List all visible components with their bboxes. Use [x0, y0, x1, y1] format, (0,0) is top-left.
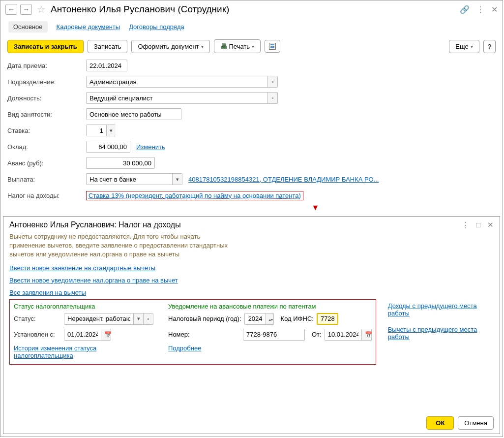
position-input[interactable] [87, 93, 267, 103]
from-date-label: От: [312, 331, 322, 338]
new-notification-link[interactable]: Ввести новое уведомление нал.органа о пр… [9, 277, 178, 284]
set-from-label: Установлен с: [14, 331, 61, 338]
prev-income-link[interactable]: Доходы с предыдущего места работы [388, 302, 494, 317]
print-button[interactable]: Печать ▾ [214, 39, 261, 53]
from-date-input[interactable] [325, 329, 361, 340]
status-input[interactable] [64, 313, 133, 324]
more-details-link[interactable]: Подробнее [168, 344, 201, 352]
number-input[interactable] [243, 329, 305, 341]
tax-dialog: Антоненко Илья Русланович: Налог на дохо… [3, 216, 500, 434]
ok-button[interactable]: ОК [426, 416, 454, 430]
hire-date-label: Дата приема: [7, 62, 86, 69]
account-link[interactable]: 40817810532198854321, ОТДЕЛЕНИЕ ВЛАДИМИР… [188, 176, 379, 183]
number-label: Номер: [168, 331, 240, 338]
ifns-input[interactable] [317, 313, 338, 325]
deductions-hint: Вычеты сотруднику не предоставляются. Дл… [9, 232, 236, 259]
rate-dropdown-button[interactable]: ▾ [106, 125, 116, 136]
status-open-button[interactable]: ▫ [143, 313, 153, 324]
dept-input-group: ▫ [86, 76, 278, 88]
period-label: Налоговый период (год): [168, 315, 241, 322]
new-std-deduction-link[interactable]: Ввести новое заявление на стандартные вы… [9, 264, 155, 272]
from-date-calendar-button[interactable] [361, 329, 371, 340]
advance-input[interactable] [86, 157, 155, 169]
list-button[interactable] [265, 40, 280, 53]
tab-hr-docs[interactable]: Кадровые документы [57, 23, 120, 31]
set-from-calendar-button[interactable] [101, 329, 111, 340]
save-close-button[interactable]: Записать и закрыть [7, 40, 84, 53]
taxpayer-status-title: Статус налогоплательщика [14, 303, 153, 310]
help-button[interactable]: ? [483, 40, 496, 53]
tab-main[interactable]: Основное [8, 21, 48, 32]
prev-deductions-link[interactable]: Вычеты с предыдущего места работы [388, 326, 494, 341]
calendar-icon [365, 332, 372, 338]
emp-type-label: Вид занятости: [7, 111, 86, 118]
forward-button[interactable]: → [20, 4, 32, 15]
dialog-maximize-icon[interactable]: □ [476, 220, 480, 229]
cancel-button[interactable]: Отмена [458, 416, 494, 430]
hire-date-input[interactable] [86, 60, 127, 71]
dialog-close-icon[interactable]: ✕ [487, 220, 494, 229]
more-button[interactable]: Еще ▾ [449, 40, 479, 53]
set-from-input[interactable] [64, 329, 101, 340]
favorite-star-icon[interactable]: ☆ [37, 3, 46, 15]
rate-label: Ставка: [7, 127, 86, 134]
patent-notification-title: Уведомление на авансовые платежи по пате… [168, 303, 372, 310]
kebab-menu-icon[interactable]: ⋮ [476, 5, 484, 14]
period-input[interactable] [245, 313, 266, 324]
link-icon[interactable]: 🔗 [460, 5, 470, 14]
close-icon[interactable]: ✕ [491, 5, 498, 14]
status-dropdown-button[interactable]: ▾ [133, 313, 143, 324]
dialog-title: Антоненко Илья Русланович: Налог на дохо… [9, 220, 462, 229]
position-open-button[interactable]: ▫ [267, 93, 277, 103]
position-label: Должность: [7, 94, 86, 102]
advance-label: Аванс (руб): [7, 159, 86, 167]
all-deductions-link[interactable]: Все заявления на вычеты [9, 289, 86, 296]
back-button[interactable]: ← [5, 4, 17, 15]
dept-input[interactable] [87, 76, 267, 87]
tax-label: Налог на доходы: [7, 192, 86, 199]
status-history-link[interactable]: История изменения статуса налогоплательщ… [14, 344, 96, 359]
salary-label: Оклад: [7, 143, 86, 151]
payment-input[interactable] [87, 174, 172, 185]
salary-input[interactable] [86, 141, 130, 153]
annotation-arrow-icon: ▼ [135, 203, 496, 212]
dept-open-button[interactable]: ▫ [267, 76, 277, 87]
ifns-label: Код ИФНС: [281, 315, 314, 322]
list-icon [269, 43, 276, 50]
status-label: Статус: [14, 315, 61, 322]
calendar-icon [104, 332, 112, 338]
period-spinner-button[interactable]: ▴▾ [266, 313, 273, 324]
payment-dropdown-button[interactable]: ▾ [172, 174, 182, 185]
dept-label: Подразделение: [7, 78, 86, 86]
create-doc-button[interactable]: Оформить документ ▾ [131, 40, 209, 53]
tab-contracts[interactable]: Договоры подряда [129, 23, 184, 31]
window-title: Антоненко Илья Русланович (Сотрудник) [51, 4, 457, 15]
save-button[interactable]: Записать [88, 40, 128, 53]
rate-input[interactable] [87, 125, 106, 136]
tax-rate-link[interactable]: Ставка 13% (нерезидент, работающий по на… [86, 191, 303, 200]
emp-type-input[interactable] [86, 108, 181, 120]
printer-icon [220, 42, 227, 50]
payment-label: Выплата: [7, 176, 86, 183]
change-salary-link[interactable]: Изменить [136, 143, 165, 151]
dialog-kebab-icon[interactable]: ⋮ [462, 220, 469, 229]
position-input-group: ▫ [86, 92, 278, 104]
